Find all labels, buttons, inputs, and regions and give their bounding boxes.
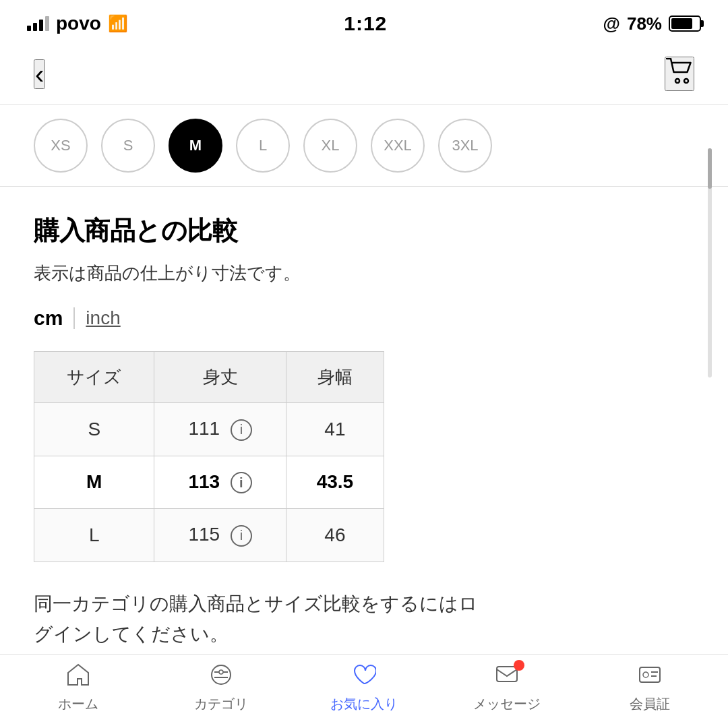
login-prompt-text: 同一カテゴリの購入商品とサイズ比較をするにはログインしてください。 bbox=[34, 589, 492, 650]
size-chip-xxl[interactable]: XXL bbox=[371, 119, 425, 173]
message-badge bbox=[514, 660, 524, 671]
unit-divider bbox=[73, 307, 75, 329]
svg-point-0 bbox=[675, 79, 679, 83]
header: ‹ bbox=[0, 43, 728, 105]
section-title: 購入商品との比較 bbox=[34, 214, 694, 248]
nav-label-favorites: お気に入り bbox=[330, 695, 398, 713]
membership-icon bbox=[638, 663, 662, 691]
size-cell-s: S bbox=[34, 403, 154, 456]
info-icon-s[interactable]: i bbox=[231, 419, 252, 441]
unit-inch-button[interactable]: inch bbox=[86, 307, 120, 329]
col-header-width: 身幅 bbox=[286, 352, 384, 403]
size-chip-m[interactable]: M bbox=[169, 119, 222, 173]
svg-point-8 bbox=[643, 672, 648, 677]
main-content: 購入商品との比較 表示は商品の仕上がり寸法です。 cm inch サイズ 身丈 … bbox=[0, 187, 728, 728]
scroll-track bbox=[708, 148, 712, 377]
nav-label-home: ホーム bbox=[58, 695, 98, 713]
battery-icon bbox=[669, 16, 701, 32]
status-right: @ 78% bbox=[603, 13, 701, 34]
category-icon bbox=[209, 663, 233, 691]
width-cell-m: 43.5 bbox=[286, 456, 384, 509]
nav-item-category[interactable]: カテゴリ bbox=[150, 663, 293, 713]
unit-toggle: cm inch bbox=[34, 307, 694, 330]
size-chip-xl[interactable]: XL bbox=[303, 119, 357, 173]
home-icon bbox=[66, 663, 90, 691]
back-button[interactable]: ‹ bbox=[34, 59, 45, 89]
svg-point-2 bbox=[212, 665, 231, 684]
favorites-icon bbox=[352, 663, 376, 691]
size-chip-xs[interactable]: XS bbox=[34, 119, 88, 173]
info-icon-l[interactable]: i bbox=[231, 525, 252, 547]
nav-item-messages[interactable]: メッセージ bbox=[435, 663, 578, 713]
size-chip-l[interactable]: L bbox=[236, 119, 290, 173]
svg-rect-6 bbox=[497, 667, 517, 681]
nav-item-membership[interactable]: 会員証 bbox=[578, 663, 721, 713]
size-cell-l: L bbox=[34, 509, 154, 562]
scroll-thumb[interactable] bbox=[708, 148, 712, 189]
width-cell-l: 46 bbox=[286, 509, 384, 562]
unit-cm-button[interactable]: cm bbox=[34, 307, 63, 330]
col-header-length: 身丈 bbox=[154, 352, 286, 403]
signal-icon bbox=[27, 16, 49, 31]
section-subtitle: 表示は商品の仕上がり寸法です。 bbox=[34, 262, 694, 285]
cart-button[interactable] bbox=[665, 57, 694, 91]
nav-label-category: カテゴリ bbox=[194, 695, 248, 713]
col-header-size: サイズ bbox=[34, 352, 154, 403]
battery-percent: 78% bbox=[627, 13, 662, 34]
status-left: povo 📶 bbox=[27, 13, 128, 34]
size-selector: XS S M L XL XXL 3XL bbox=[0, 105, 728, 187]
table-row: L 115 i 46 bbox=[34, 509, 384, 562]
nav-item-home[interactable]: ホーム bbox=[7, 663, 150, 713]
nav-label-messages: メッセージ bbox=[473, 695, 541, 713]
wifi-icon: 📶 bbox=[108, 14, 128, 33]
length-cell-l: 115 i bbox=[154, 509, 286, 562]
nav-label-membership: 会員証 bbox=[630, 695, 670, 713]
table-row: M 113 i 43.5 bbox=[34, 456, 384, 509]
nav-item-favorites[interactable]: お気に入り bbox=[293, 663, 435, 713]
length-cell-m: 113 i bbox=[154, 456, 286, 509]
svg-point-1 bbox=[684, 79, 688, 83]
size-table: サイズ 身丈 身幅 S 111 i 41 M 113 i bbox=[34, 351, 384, 562]
table-row: S 111 i 41 bbox=[34, 403, 384, 456]
messages-icon bbox=[495, 663, 519, 691]
size-chip-3xl[interactable]: 3XL bbox=[438, 119, 492, 173]
status-time: 1:12 bbox=[344, 12, 387, 35]
size-cell-m: M bbox=[34, 456, 154, 509]
width-cell-s: 41 bbox=[286, 403, 384, 456]
svg-point-5 bbox=[219, 670, 223, 674]
length-cell-s: 111 i bbox=[154, 403, 286, 456]
carrier-name: povo bbox=[56, 13, 101, 34]
bottom-nav: ホーム カテゴリ お気に入り bbox=[0, 654, 728, 728]
info-icon-m[interactable]: i bbox=[231, 472, 252, 493]
at-symbol: @ bbox=[603, 13, 620, 34]
status-bar: povo 📶 1:12 @ 78% bbox=[0, 0, 728, 43]
size-chip-s[interactable]: S bbox=[101, 119, 155, 173]
